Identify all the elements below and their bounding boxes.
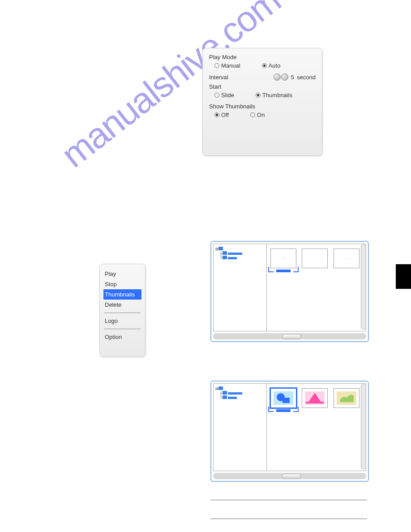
menu-separator (104, 313, 141, 313)
play-mode-label: Play Mode (209, 54, 316, 60)
interval-value: 5 (291, 74, 294, 81)
radio-slide[interactable]: Slide (214, 92, 234, 99)
menu-logo[interactable]: Logo (103, 316, 141, 326)
menu-play[interactable]: Play (103, 269, 141, 279)
thumbnail-grid[interactable] (267, 384, 366, 471)
thumbnail[interactable] (302, 388, 328, 408)
vertical-scrollbar[interactable] (361, 384, 366, 469)
file-browser-2: ⊟ ├ └ (210, 381, 369, 482)
menu-delete[interactable]: Delete (103, 300, 141, 310)
radio-auto[interactable]: Auto (262, 62, 281, 69)
horizontal-scrollbar[interactable] (213, 333, 366, 339)
svg-rect-3 (306, 402, 324, 403)
thumbnail[interactable] (270, 388, 296, 408)
page-tab (396, 264, 411, 289)
interval-stepper[interactable] (274, 73, 288, 81)
menu-separator (104, 329, 141, 329)
menu-option[interactable]: Option (103, 332, 141, 342)
interval-unit: second (297, 74, 316, 81)
menu-stop[interactable]: Stop (103, 279, 141, 289)
thumbnail-grid[interactable]: ▫ ▫ ▫ (267, 244, 366, 331)
footer-rule (210, 519, 367, 519)
show-thumbnails-label: Show Thumbnails (209, 103, 316, 110)
footer-rule (210, 500, 367, 500)
radio-on[interactable]: On (250, 112, 265, 118)
start-label: Start (209, 83, 316, 90)
thumbnail[interactable]: ▫ (302, 249, 328, 268)
radio-off[interactable]: Off (214, 112, 229, 118)
radio-thumbnails[interactable]: Thumbnails (256, 92, 292, 99)
horizontal-scrollbar[interactable] (213, 473, 366, 479)
thumbnail[interactable]: ▫ (270, 249, 296, 268)
file-browser-1: ⊟ ├ └ ▫ ▫ ▫ (210, 241, 369, 342)
svg-marker-2 (308, 393, 321, 402)
interval-label: Interval (209, 74, 228, 81)
svg-rect-1 (283, 398, 290, 403)
vertical-scrollbar[interactable] (361, 245, 366, 330)
folder-tree[interactable]: ⊟ ├ └ (214, 384, 267, 471)
folder-tree[interactable]: ⊟ ├ └ (214, 244, 267, 331)
radio-manual[interactable]: Manual (214, 62, 240, 69)
menu-thumbnails[interactable]: Thumbnails (103, 289, 141, 300)
thumbnail[interactable] (334, 388, 360, 408)
context-menu: Play Stop Thumbnails Delete Logo Option (99, 264, 146, 357)
thumbnail[interactable]: ▫ (334, 249, 360, 268)
options-panel: Play Mode Manual Auto Interval 5 second … (202, 48, 322, 156)
